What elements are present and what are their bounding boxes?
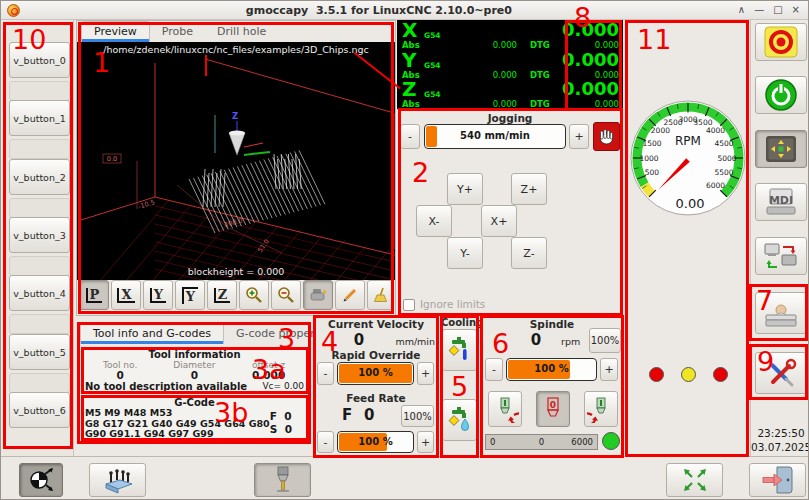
abs-value: 0.000 [467, 40, 517, 50]
spindle-stop-button[interactable]: 0 [536, 391, 570, 427]
rapid-plus-button[interactable]: + [417, 362, 434, 385]
exit-button[interactable] [749, 463, 806, 497]
abs-value: 0.000 [467, 70, 517, 80]
svg-text:4000: 4000 [706, 126, 725, 135]
f-value: 0 [284, 410, 291, 422]
mist-coolant-button[interactable] [442, 329, 477, 371]
jog-z-plus-button[interactable]: Z+ [511, 173, 547, 205]
svg-text:2000: 2000 [651, 126, 670, 135]
feed-reset-button[interactable]: 100% [401, 405, 434, 427]
rapid-minus-button[interactable]: - [317, 362, 334, 385]
minimize-icon[interactable]: — [754, 5, 764, 15]
zoom-in-button[interactable] [239, 280, 269, 310]
view-y-button[interactable]: Y [143, 280, 173, 310]
sidebar-item-vbutton6[interactable]: v_button_6 [9, 392, 70, 428]
tab-probe[interactable]: Probe [150, 22, 205, 42]
spindle-stop-zero: 0 [550, 400, 556, 410]
clock-time: 23:25:50 [751, 426, 809, 440]
turtle-jog-button[interactable] [593, 122, 620, 151]
tool-info-title: Tool information [83, 349, 306, 360]
dro-axis-x: X G54 0.000 Abs 0.000 DTG 0.000 [397, 22, 623, 51]
manual-mode-button[interactable] [755, 130, 807, 168]
view-x-button[interactable]: X [111, 280, 141, 310]
dro-panel[interactable]: X G54 0.000 Abs 0.000 DTG 0.000 Y G54 0.… [397, 20, 623, 109]
z-axis-label: Z [232, 111, 238, 121]
flood-coolant-button[interactable] [442, 399, 477, 441]
feed-rate-title: Feed Rate [314, 392, 438, 404]
estop-icon [764, 26, 798, 58]
user-setup-button[interactable] [755, 292, 807, 334]
jog-x-minus-button[interactable]: X- [416, 205, 452, 237]
sidebar-item-vbutton3[interactable]: v_button_3 [9, 217, 70, 253]
touch-plate-icon [101, 465, 135, 495]
settings-button[interactable] [755, 352, 807, 394]
right-button-panel: MDI [750, 20, 809, 456]
mdi-icon: MDI [763, 187, 799, 217]
spindle-minus-button[interactable]: - [485, 358, 503, 381]
rapid-override-slider[interactable]: 100 % [337, 362, 414, 385]
tool-no-value: 0 [83, 370, 157, 381]
ignore-limits-checkbox[interactable] [403, 299, 415, 311]
jog-speed-slider[interactable]: 540 mm/min [424, 124, 566, 149]
sidebar-item-vbutton2[interactable]: v_button_2 [9, 159, 70, 195]
sidebar-item-vbutton4[interactable]: v_button_4 [9, 275, 70, 311]
preview-notebook: Preview Probe Drill hole /home/zdenek/li… [76, 20, 396, 316]
jogging-panel: Jogging - 540 mm/min + Y+ Z+ X- X+ Y- Z-… [397, 109, 623, 316]
mdi-label: MDI [769, 194, 793, 207]
mdi-mode-button[interactable]: MDI [755, 183, 807, 221]
maximize-icon[interactable]: □ [773, 5, 782, 15]
clean-plot-button[interactable] [367, 280, 394, 310]
estop-button[interactable] [755, 23, 807, 61]
view-z-button[interactable]: Z [207, 280, 237, 310]
spindle-reset-button[interactable]: 100% [589, 328, 621, 353]
feed-minus-button[interactable]: - [317, 431, 334, 453]
jog-speed-minus-button[interactable]: - [400, 124, 420, 149]
broom-icon [372, 286, 390, 304]
touch-plate-button[interactable] [89, 463, 146, 497]
close-icon[interactable]: × [792, 5, 800, 15]
fullscreen-button[interactable] [666, 463, 723, 497]
view-perspective-button[interactable]: P [79, 280, 109, 310]
rapid-override-value: 100 % [338, 363, 413, 383]
dtg-label: DTG [530, 70, 550, 80]
jog-y-plus-button[interactable]: Y+ [447, 173, 483, 205]
feed-plus-button[interactable]: + [417, 431, 434, 453]
machine-on-button[interactable] [755, 76, 807, 114]
spindle-cw-button[interactable] [584, 391, 618, 427]
jog-x-plus-button[interactable]: X+ [481, 205, 517, 237]
view-y2-button[interactable]: Y [175, 280, 205, 310]
tab-drill-hole[interactable]: Drill hole [205, 22, 278, 42]
touch-off-button[interactable] [19, 463, 63, 497]
sidebar-item-vbutton1[interactable]: v_button_1 [9, 100, 70, 136]
shade-icon[interactable]: ∧ [738, 5, 745, 15]
sidebar-item-vbutton5[interactable]: v_button_5 [9, 334, 70, 370]
fs-words: F 0 S 0 [270, 410, 292, 436]
zoom-out-button[interactable] [271, 280, 301, 310]
view-y-icon: Y [150, 288, 166, 303]
auto-mode-button[interactable] [755, 237, 807, 275]
edit-gcode-button[interactable] [335, 280, 365, 310]
sidebar-item-vbutton0[interactable]: v_button_0 [9, 42, 70, 78]
diameter-value: 0 [157, 370, 231, 381]
dimension-label: 0.0 [107, 155, 117, 163]
feed-f-label: F [342, 406, 352, 424]
rpm-gauge: 5001000150020002500300035004000450050005… [628, 88, 748, 234]
feed-rate-slider[interactable]: 100 % [337, 431, 414, 453]
jog-z-minus-button[interactable]: Z- [511, 237, 547, 269]
cooling-title: Cooling [441, 317, 478, 328]
gremlin-3d-preview[interactable]: 0.0 -10.5 108.0 51.0 Z [77, 57, 395, 280]
spindle-override-value: 100 % [507, 359, 596, 379]
spindle-ccw-button[interactable] [488, 391, 522, 427]
jog-speed-plus-button[interactable]: + [569, 124, 589, 149]
mcode-line: M5 M9 M48 M53 [85, 408, 270, 419]
tool-measure-button[interactable] [254, 463, 311, 497]
tab-tool-info-gcodes[interactable]: Tool info and G-codes [80, 323, 224, 344]
spindle-plus-button[interactable]: + [600, 358, 618, 381]
tab-preview[interactable]: Preview [81, 21, 150, 42]
clear-plot-button[interactable] [303, 280, 333, 310]
clock-date: 03.07.2025 [751, 440, 809, 454]
bottom-button-bar [1, 456, 809, 500]
zoom-out-icon [277, 286, 295, 304]
spindle-override-slider[interactable]: 100 % [506, 358, 597, 381]
jog-y-minus-button[interactable]: Y- [447, 237, 483, 269]
